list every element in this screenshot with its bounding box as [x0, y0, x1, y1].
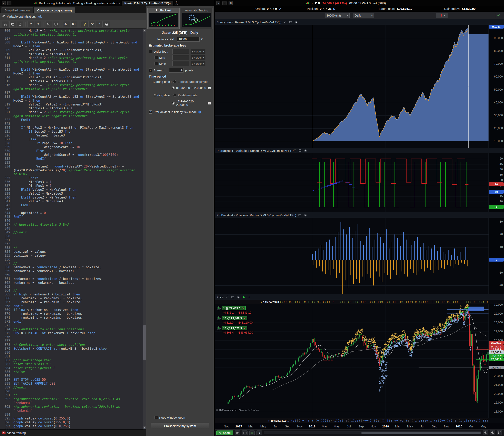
open-position-badge[interactable]: 1 @ 29,489.6×	[222, 306, 246, 310]
code-line[interactable]: 364//	[0, 289, 143, 293]
order-marker-strip-top[interactable]: ● 10@24,790.0 )0)))0) 1)0| 0 | 10 01|0)(…	[215, 300, 488, 304]
position-icon[interactable]: ⇅	[217, 316, 221, 320]
code-line[interactable]: 384//set target %profit 2	[0, 366, 143, 370]
minimize-window-icon[interactable]: ─	[7, 1, 11, 5]
variables-chart-canvas[interactable]	[215, 153, 488, 212]
close-position-x-icon[interactable]: ×	[242, 307, 244, 310]
code-line[interactable]: 377	[0, 339, 143, 343]
code-line[interactable]: 326 ValueZ = BestA3	[0, 134, 143, 138]
copy-button[interactable]	[9, 21, 16, 27]
positions-chart-canvas[interactable]	[215, 218, 488, 294]
code-line[interactable]: 314 ValueZ = ValueZ + (Increment3*PIncPo…	[0, 75, 143, 79]
units-select[interactable]: 10000 units▾	[325, 13, 350, 18]
keep-window-checkbox[interactable]: ✓	[154, 416, 158, 419]
tick-mode-checkbox[interactable]: ✓	[149, 110, 152, 114]
code-line[interactable]: 360	[0, 273, 143, 277]
timeframe-select[interactable]: Daily▾	[353, 13, 374, 18]
code-line[interactable]: 378// Conditions to enter short position…	[0, 343, 143, 347]
scroll-left-button[interactable]: ◀	[256, 430, 262, 435]
code-line[interactable]: 339 ValueZ = MaxValue3	[0, 192, 143, 196]
add-variable-link[interactable]: add	[37, 15, 42, 18]
max-fee-checkbox[interactable]	[154, 62, 158, 65]
code-line[interactable]: 341 ValueZ = MinValue3	[0, 200, 143, 204]
order-marker-strip-bottom[interactable]: ● 10@24,840.0 1 (1(|(|0 |0 ) (0 )))(0))1…	[215, 418, 488, 423]
code-line[interactable]: 346	[0, 219, 143, 223]
code-line[interactable]: 309 ValueZ = ValueZ - (Increment3*NIncPo…	[0, 48, 143, 52]
document-tab[interactable]: Renko D ML3 CycLimResV4 TP(i)	[122, 1, 173, 6]
code-line[interactable]: 318 ElsIf WinCountA3 >= WinCountB3 or St…	[0, 95, 143, 103]
min-fee-unit-select[interactable]: £ / order▾	[191, 55, 205, 60]
cancel-orders-icon[interactable]: ×	[270, 7, 272, 10]
tab-simplified-creation[interactable]: Simplified creation	[1, 7, 33, 13]
code-line[interactable]: 369if low < renkomins - boxsizes then	[0, 308, 143, 312]
code-line[interactable]: 340 ElsIf ValueZ < MinValue3 Then	[0, 196, 143, 200]
help-button[interactable]: ?	[96, 21, 103, 27]
code-line[interactable]: 376	[0, 335, 143, 339]
max-fee-unit-select[interactable]: £ / order▾	[191, 61, 205, 66]
window-icon[interactable]	[231, 295, 234, 299]
code-line[interactable]: 383//set stop %loss 0.5	[0, 362, 143, 366]
code-line[interactable]: 347// Heuristics Algorithm 3 End	[0, 223, 143, 227]
realtime-date-radio[interactable]	[173, 94, 176, 97]
code-line[interactable]: 362renkomins = renkomaxs - boxsizes	[0, 281, 143, 285]
code-line[interactable]: 367 renkominl = renkominl + boxsizel	[0, 300, 143, 304]
code-line[interactable]: 395graph valuex coloured(0,255,0)	[0, 417, 143, 420]
code-line[interactable]: 363	[0, 285, 143, 289]
add-order-icon[interactable]	[247, 295, 251, 299]
code-line[interactable]: 334 ValueZ = round(((BestA3*(20-Weighted…	[0, 165, 143, 176]
symbol-label[interactable]: DJI	[315, 1, 320, 5]
price-chart-canvas[interactable]	[215, 304, 488, 418]
screenshot-button[interactable]	[235, 430, 240, 435]
code-line[interactable]: 396graph valuey coloured(255,0,0)	[0, 420, 143, 424]
scroll-down-icon[interactable]: ▼	[143, 426, 146, 429]
close-position-x-icon[interactable]: ×	[244, 327, 246, 330]
image-export-button[interactable]	[242, 430, 248, 435]
code-line[interactable]: 312	[0, 64, 143, 68]
equity-chart-canvas[interactable]	[215, 25, 488, 148]
code-line[interactable]: 332 EndIf	[0, 157, 143, 161]
tab-probacktest[interactable]: ProBacktest	[147, 8, 180, 29]
code-line[interactable]: 374// Conditions to enter long positions	[0, 327, 143, 331]
code-line[interactable]: 355boxsizes = valuey	[0, 254, 143, 258]
code-line[interactable]: 386	[0, 374, 143, 378]
code-line[interactable]: 330 Else	[0, 149, 143, 153]
initial-capital-input[interactable]	[177, 37, 200, 42]
code-line[interactable]: 351	[0, 238, 143, 242]
tab-creation-by-programming[interactable]: Creation by programming	[34, 7, 75, 13]
max-fee-input[interactable]	[172, 61, 189, 66]
close-window-icon[interactable]: ×	[2, 1, 6, 5]
ending-calendar-icon[interactable]	[207, 102, 211, 105]
scrollbar-thumb[interactable]	[143, 325, 146, 360]
code-line[interactable]: 325 If BestA3 = BestB3 Then	[0, 130, 143, 134]
starting-date-radio[interactable]	[172, 86, 175, 89]
code-editor[interactable]: 306 Mode2 = 1 //For strategy performing …	[0, 28, 146, 429]
position-icon[interactable]: ⇅	[217, 326, 221, 330]
zoom-in-button[interactable]	[490, 430, 495, 435]
decrease-font-button[interactable]: A−	[63, 21, 70, 27]
code-line[interactable]: 307	[0, 37, 143, 41]
code-line[interactable]: 389//endif	[0, 386, 143, 390]
instrument-dropdown-icon[interactable]: ▾	[312, 2, 313, 4]
code-line[interactable]: 392//graphonprice renkomaxl + boxsizel c…	[0, 397, 143, 405]
spread-checkbox[interactable]: ✓	[149, 69, 152, 72]
scrollbar-thumb[interactable]	[361, 432, 481, 434]
close-icon[interactable]	[304, 149, 307, 152]
code-line[interactable]: 390	[0, 390, 143, 393]
code-line[interactable]: 368endif	[0, 304, 143, 308]
close-position-x-icon[interactable]: ×	[244, 317, 246, 320]
code-line[interactable]: 397graph valuez coloured(0,0,255)	[0, 424, 143, 428]
code-line[interactable]: 393//graphonprice renkomins - boxsizes c…	[0, 405, 143, 413]
code-line[interactable]: 323	[0, 122, 143, 126]
undo-button[interactable]: ↶	[27, 21, 34, 27]
code-line[interactable]: 337 PIncPos3 = 1	[0, 184, 143, 188]
code-line[interactable]: 388SET TARGET PPROFIT 500	[0, 382, 143, 386]
min-fee-checkbox[interactable]	[154, 56, 158, 59]
code-line[interactable]: 365if high > renkomaxl + boxsizel then	[0, 293, 143, 297]
code-line[interactable]: 385//else	[0, 370, 143, 374]
code-line[interactable]: 354boxsizel = valuex	[0, 250, 143, 254]
order-fee-input[interactable]	[172, 49, 189, 54]
code-line[interactable]: 322 EndIf	[0, 118, 143, 122]
code-line[interactable]: 336 NIncPos3 = 1	[0, 180, 143, 184]
code-line[interactable]: 356	[0, 258, 143, 261]
redo-button[interactable]: ↷	[35, 21, 41, 27]
